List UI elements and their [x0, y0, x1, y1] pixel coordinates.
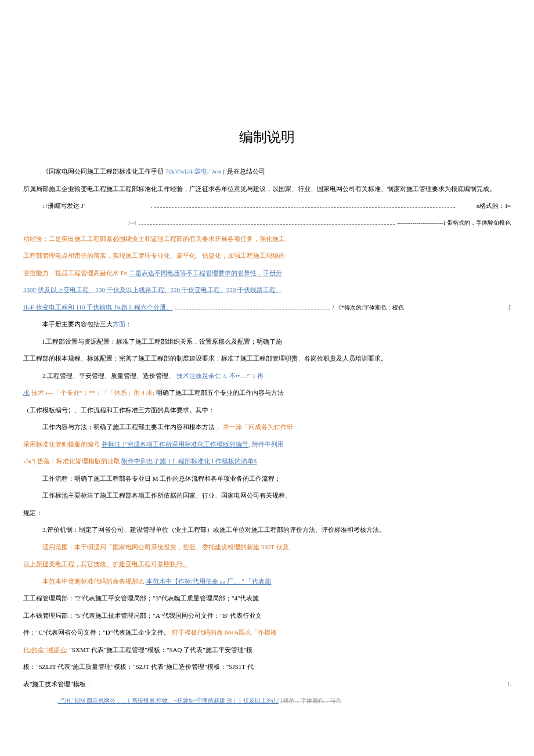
- text-orange: 采用标准化管则模版的编号: [23, 441, 100, 448]
- paragraph-orange: 以上新建奕电工程，其它技改、扩建变电工程可参照执行。: [23, 556, 511, 573]
- paragraph: 《国家电网公同施工工程部标准化工作手册 70kV¾U4-袋屯-"¾¾ |"是在总…: [23, 164, 511, 180]
- paragraph: 代/的命"域那么: "SXMT 代表"施工工程管理"模板："SAQ 了代表"施工…: [23, 642, 511, 658]
- text: 表"施工技术管理"模板．: [23, 676, 92, 693]
- paragraph: 本范本中管则标准代码的命务规那么 本范木中【作标/代用伯命 aa 厂.. : "…: [23, 574, 511, 590]
- paragraph-line: 表"施工技术管理"模板． L: [23, 676, 511, 693]
- text: J=4: [128, 215, 136, 230]
- paragraph: 采用标准化管则模版的编号 并标注 J"完成各项工作所采用标准化工作模版的编号, …: [23, 437, 511, 453]
- text-strike: {移的：字体额色：与色: [280, 697, 341, 704]
- paragraph: 3.评价机制：制定了网省公司、建设管理单位（业主工程部）或施工单位对施工工程部的…: [23, 522, 511, 538]
- text: ：: [125, 321, 132, 327]
- paragraph: 工作内容与方法；明确了施工工程部主要工作内容和根本方法， 并一涂「问成各为仁作班: [23, 419, 511, 435]
- text-blue-underline: IIoF 伏变电工程和 110 千伏输电 J¾路 L 程六个分册。: [23, 300, 172, 316]
- text-blue-underline: 附件中列出了施 1.L 程部标准化 I 作模板的清单$: [121, 458, 257, 465]
- text-mark: L: [507, 677, 511, 692]
- paragraph: I.工程部设置与资源配置：标准了施工工程部组织关系，设置原那么及配置；明确了施: [23, 334, 511, 350]
- text: |"是在总结公司: [223, 168, 265, 175]
- paragraph-orange: 工程部管理电点和责任的落实，实现施工管理专业化、扁平化、信息化，加强工程施工现场…: [23, 248, 511, 264]
- paragraph-orange: 功经验；二是突出施工工程部紧必围绕业主和监理工程部的有关要求开展各项任务，强化施…: [23, 231, 511, 247]
- text: 2.工程管理、平安管理、质量管理、造价管理、: [42, 372, 175, 379]
- text: 明确了施工工程部五个专业的工作内容与方法: [156, 389, 284, 396]
- text: .: [131, 198, 152, 214]
- paragraph: 管控能力，提品工程管理高赫化水 Fn 二是表达不同电压等不工程管理要求的管异性，…: [23, 265, 511, 282]
- text-blue: 方面: [113, 321, 125, 327]
- paragraph-orange: 适用范围：本于明适用「国家电网公司系统投资，控股、委托建设粉理的新建 330T …: [23, 539, 511, 556]
- line-formatted: J=4 ------------------------I 带格式的：字体酸旬椎…: [23, 215, 511, 230]
- text-blue-underline: 求: [23, 389, 30, 396]
- paragraph: 所属局部施工企业输变电工程施工工程部标准化工作经验，广泛征求各单位意见与建议，以…: [23, 181, 511, 197]
- text: 《国家电网公同施工工程部标准化工作手册: [42, 168, 165, 175]
- paragraph: 工作流程：明确了施工工程部各专业日 M 工作的总体流程和各单项业务的工作流程；: [23, 471, 511, 487]
- paragraph-line: IIoF 伏变电工程和 110 千伏输电 J¾路 L 程六个分册。 / 《*得次…: [23, 300, 511, 316]
- paragraph: 工本钱管理局部："5"代表施工技术管理局部；"A"代我国网公司文件："B"代表行…: [23, 608, 511, 624]
- text-blue-underline: 本范木中【作标/代用伯命 aa 厂.. : " 「代表施: [146, 578, 272, 585]
- line-formatted: : /册编写发达 J' . n格式的：I=: [23, 198, 511, 214]
- text: 工作内容与方法；明确了施工工程部主要工作内容和根本方法，: [42, 423, 221, 430]
- paragraph: 工工程管理局部："2"代表施工平安管理局部；"3"代表魄工质量管理局部；"4"代…: [23, 591, 511, 607]
- paragraph: 本手册主要内容包括三大方面：: [23, 316, 511, 333]
- format-note: ------------------------I 带格式的：字体酸旬椎色: [397, 215, 511, 230]
- paragraph: （工作模板编号）、工作流程和工作标准三方面的具体要求。其中：: [23, 402, 511, 419]
- text: 本手册主要内容包括三大: [42, 321, 113, 327]
- text-orange: 本范本中管则标准代码的命务规那么: [42, 578, 145, 585]
- paragraph: 板："SZLIT 代表"施工质量管理"模板："SZJT 代表"施匚造价管理"模板…: [23, 659, 511, 675]
- text-orange: 狩于模板代码的命 N¾¾既么「作模板: [172, 629, 277, 636]
- paragraph: 工工程部的根本规程、标施配置；完善了施工工程部的制度建设要求；标准了施工工程部管…: [23, 351, 511, 367]
- text-blue-underline: .""JH."EIM 圆京也网公，，1 系统投资.控收、−狂建&−泞理的新建:玖…: [58, 697, 279, 704]
- text-blue-underline: 二是表达不同电压等不工程管理要求的管异性，手册分: [129, 269, 282, 276]
- page-title: 编制说明: [23, 128, 511, 146]
- text-blue: 70kV¾U4-袋屯-"¾¾: [165, 168, 221, 175]
- text: J: [508, 300, 511, 316]
- text-orange-underline: 代/的命"域那么:: [23, 646, 68, 653]
- paragraph: 工作标池主要标注了施工工程部各项工作所依据的国家、行业、国家电网公司有关规程、: [23, 488, 511, 504]
- text: : /册编写发达 J': [23, 198, 85, 214]
- paragraph: .""JH."EIM 圆京也网公，，1 系统投资.控收、−狂建&−泞理的新建:玖…: [23, 693, 511, 708]
- text-orange: 并一涂「问成各为仁作班: [223, 423, 293, 430]
- paragraph: 件："C"代表网省公司文件："D"代表施工企业文件。 狩于模板代码的命 N¾¾既…: [23, 625, 511, 641]
- text-blue-underline: 并标注 J"完成各项工作所采用标准化工作模版的编号,: [102, 441, 250, 448]
- text: 件："C"代表网省公司文件："D"代表施工企业文件。: [23, 629, 170, 636]
- text-orange: 技术 i—「个专业*：**：「「体系」用 4 求;: [31, 389, 154, 396]
- text: "SXMT 代表"施工工程管理"模板："SAQ 了代表"施工平安管理"模: [69, 646, 252, 653]
- text-orange: √¾"| 告落：标准化皆理模版的油取: [23, 458, 120, 465]
- paragraph: 2.工程管理、平安管理、质量管理、造价管理、 技术注岐足余仁 4. 不••…/"…: [23, 368, 511, 384]
- format-note: n格式的：I=: [457, 198, 511, 214]
- paragraph-blue: 330F 伏及以上变电工程、330 千伏及以上线路工程、220 千伏变电工程、2…: [23, 282, 511, 298]
- paragraph: 求 技术 i—「个专业*：**：「「体系」用 4 求; 明确了施工工程部五个专业…: [23, 385, 511, 401]
- text-blue: 附件中列用: [252, 441, 284, 448]
- text-blue: 技术注岐足余仁 4. 不••…/" 1 再: [176, 372, 264, 379]
- text-orange: 管控能力，提品工程管理高赫化水 Fn: [23, 269, 127, 276]
- paragraph: 规定：: [23, 505, 511, 521]
- format-note: / 《*得次的:字体期色：橙色: [333, 300, 404, 315]
- paragraph: √¾"| 告落：标准化皆理模版的油取 附件中列出了施 1.L 程部标准化 I 作…: [23, 453, 511, 470]
